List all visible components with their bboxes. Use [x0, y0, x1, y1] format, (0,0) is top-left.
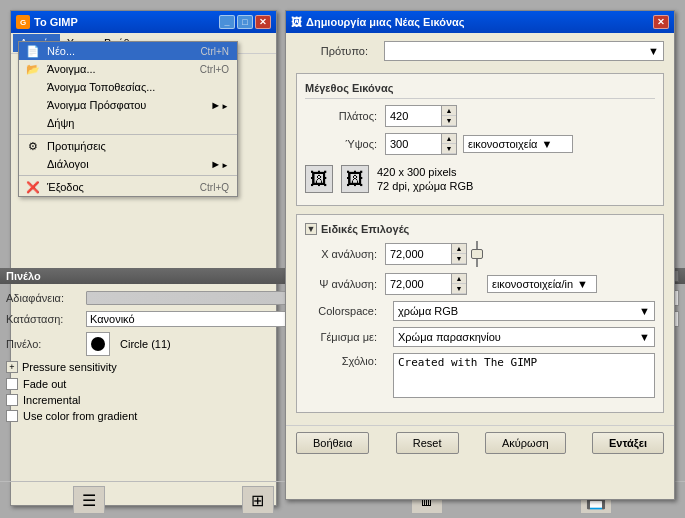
opacity-label: Αδιαφάνεια: [6, 292, 86, 304]
height-input[interactable] [386, 134, 441, 154]
width-spin-down[interactable]: ▼ [442, 116, 456, 126]
panel-btn-1[interactable]: ☰ [73, 486, 105, 514]
template-label: Πρότυπο: [296, 45, 376, 57]
comment-textarea[interactable]: Created with The GIMP [393, 353, 655, 398]
advanced-section-title: Ειδικές Επιλογές [321, 223, 409, 235]
width-label: Πλάτος: [305, 110, 385, 122]
menu-open-recent[interactable]: Άνοιγμα Πρόσφατου ► [19, 96, 237, 114]
colorspace-arrow: ▼ [639, 305, 650, 317]
quit-shortcut: Ctrl+Q [200, 182, 229, 193]
y-res-spin-down[interactable]: ▼ [452, 284, 466, 294]
dialog-content: Πρότυπο: ▼ Μέγεθος Εικόνας Πλάτος: ▲ ▼ [286, 33, 674, 421]
open-location-icon [25, 79, 41, 95]
state-label: Κατάσταση: [6, 313, 86, 325]
gimp-title: Το GIMP [34, 16, 78, 28]
fill-dropdown[interactable]: Χρώμα παρασκηνίου ▼ [393, 327, 655, 347]
lock-icon[interactable] [471, 249, 483, 259]
menu-dialogs[interactable]: Διάλογοι ► [19, 155, 237, 173]
pressure-expand-icon[interactable]: + [6, 361, 18, 373]
minimize-button[interactable]: _ [219, 15, 235, 29]
height-row: Ύψος: ▲ ▼ εικονοστοιχεία ▼ [305, 133, 655, 155]
separator-1 [19, 134, 237, 135]
y-res-input-group: ▲ ▼ [385, 273, 467, 295]
menu-acquire[interactable]: Δήψη [19, 114, 237, 132]
res-lock-container [471, 241, 483, 267]
preferences-icon: ⚙ [25, 138, 41, 154]
open-recent-icon [25, 97, 41, 113]
width-input-group: ▲ ▼ [385, 105, 457, 127]
colorspace-dropdown[interactable]: χρώμα RGB ▼ [393, 301, 655, 321]
x-res-input-group: ▲ ▼ [385, 243, 467, 265]
dialog-close-button[interactable]: ✕ [653, 15, 669, 29]
info-pixels: 420 x 300 pixels [377, 166, 473, 178]
height-spin-down[interactable]: ▼ [442, 144, 456, 154]
menu-open-label: Άνοιγμα... [47, 63, 96, 75]
fadeout-checkbox[interactable] [6, 378, 18, 390]
advanced-section: ▼ Ειδικές Επιλογές Χ ανάλυση: ▲ ▼ [296, 214, 664, 413]
template-dropdown[interactable]: ▼ [384, 41, 664, 61]
info-dpi: 72 dpi, χρώμα RGB [377, 180, 473, 192]
width-spin-buttons: ▲ ▼ [441, 106, 456, 126]
help-button[interactable]: Βοήθεια [296, 432, 369, 454]
height-label: Ύψος: [305, 138, 385, 150]
fill-value: Χρώμα παρασκηνίου [398, 331, 501, 343]
width-spin-up[interactable]: ▲ [442, 106, 456, 116]
dialog-title-bar: 🖼 Δημιουργία μιας Νέας Εικόνας ✕ [286, 11, 674, 33]
comment-label: Σχόλιο: [305, 353, 385, 367]
unit-dropdown[interactable]: εικονοστοιχεία ▼ [463, 135, 573, 153]
brush-name: Circle (11) [120, 338, 171, 350]
height-spin-up[interactable]: ▲ [442, 134, 456, 144]
portrait-icon: 🖼 [305, 165, 333, 193]
dialog-title-icon: 🖼 [291, 16, 302, 28]
new-shortcut: Ctrl+N [200, 46, 229, 57]
brush-panel-title: Πινέλο [6, 270, 41, 282]
x-res-spin-up[interactable]: ▲ [452, 244, 466, 254]
landscape-icon: 🖼 [341, 165, 369, 193]
menu-open-location[interactable]: Άνοιγμα Τοποθεσίας... [19, 78, 237, 96]
brush-preview[interactable] [86, 332, 110, 356]
menu-quit[interactable]: ❌ Έξοδος Ctrl+Q [19, 178, 237, 196]
open-icon: 📂 [25, 61, 41, 77]
y-res-label: Ψ ανάλυση: [305, 278, 385, 290]
color-gradient-checkbox[interactable] [6, 410, 18, 422]
reset-button[interactable]: Reset [396, 432, 459, 454]
x-res-label: Χ ανάλυση: [305, 248, 385, 260]
width-row: Πλάτος: ▲ ▼ [305, 105, 655, 127]
menu-acquire-label: Δήψη [47, 117, 74, 129]
template-arrow: ▼ [648, 45, 659, 57]
fill-row: Γέμισμα με: Χρώμα παρασκηνίου ▼ [305, 327, 655, 347]
menu-new[interactable]: 📄 Νέο... Ctrl+N [19, 42, 237, 60]
ok-button[interactable]: Εντάξει [592, 432, 664, 454]
close-button[interactable]: ✕ [255, 15, 271, 29]
x-res-spin: ▲ ▼ [451, 244, 466, 264]
x-res-input[interactable] [386, 244, 451, 264]
new-icon: 📄 [25, 43, 41, 59]
res-unit-dropdown[interactable]: εικονοστοιχεία/in ▼ [487, 275, 597, 293]
y-res-spin-up[interactable]: ▲ [452, 274, 466, 284]
maximize-button[interactable]: □ [237, 15, 253, 29]
cancel-button[interactable]: Ακύρωση [485, 432, 566, 454]
color-gradient-label: Use color from gradient [23, 410, 137, 422]
x-res-spin-down[interactable]: ▼ [452, 254, 466, 264]
advanced-section-header: ▼ Ειδικές Επιλογές [305, 223, 655, 235]
width-input[interactable] [386, 106, 441, 126]
size-section-title: Μέγεθος Εικόνας [305, 82, 655, 99]
y-res-input[interactable] [386, 274, 451, 294]
menu-preferences-label: Προτιμήσεις [47, 140, 106, 152]
lock-line-top [476, 241, 478, 249]
gimp-window: G Το GIMP _ □ ✕ Αρχείο Χτης Βοήθεια 📄 Νέ… [10, 10, 277, 506]
menu-open[interactable]: 📂 Άνοιγμα... Ctrl+O [19, 60, 237, 78]
panel-btn-2[interactable]: ⊞ [242, 486, 274, 514]
open-recent-submenu-icon: ► [210, 99, 229, 111]
advanced-collapse-btn[interactable]: ▼ [305, 223, 317, 235]
incremental-checkbox[interactable] [6, 394, 18, 406]
new-image-dialog: 🖼 Δημιουργία μιας Νέας Εικόνας ✕ Πρότυπο… [285, 10, 675, 500]
dialog-window-controls: ✕ [653, 15, 669, 29]
incremental-label: Incremental [23, 394, 80, 406]
gimp-app-icon: G [16, 15, 30, 29]
colorspace-row: Colorspace: χρώμα RGB ▼ [305, 301, 655, 321]
menu-quit-label: Έξοδος [47, 181, 84, 193]
menu-preferences[interactable]: ⚙ Προτιμήσεις [19, 137, 237, 155]
file-dropdown-menu: 📄 Νέο... Ctrl+N 📂 Άνοιγμα... Ctrl+O Άνοι… [18, 41, 238, 197]
fill-arrow: ▼ [639, 331, 650, 343]
